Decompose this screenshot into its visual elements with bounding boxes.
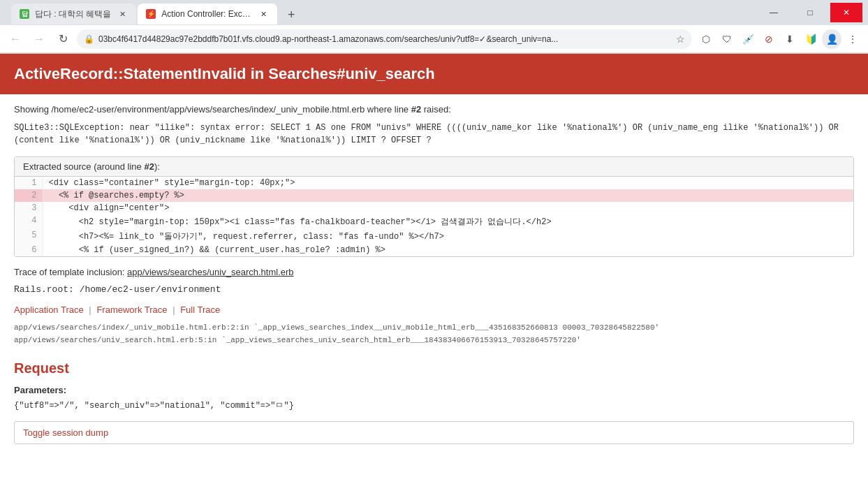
reload-button[interactable]: ↻: [53, 29, 73, 49]
title-bar: 답 답다 : 대학의 혜택을 ✕ ⚡ Action Controller: Ex…: [0, 0, 868, 25]
framework-trace-link[interactable]: Framework Trace: [96, 305, 167, 315]
code-line: 1<div class="container" style="margin-to…: [15, 177, 853, 189]
template-trace-link[interactable]: app/views/searches/univ_search.html.erb: [127, 267, 293, 277]
forward-icon: →: [34, 33, 45, 45]
error-message: SQLite3::SQLException: near "ilike": syn…: [14, 122, 854, 147]
code-line: 6 <% if (user_signed_in?) && (current_us…: [15, 244, 853, 256]
tab-1-close[interactable]: ✕: [117, 8, 128, 20]
url-text: 03bc4f6417d44829ac97e2bddfb7b01f.vfs.clo…: [98, 34, 672, 44]
maximize-button[interactable]: □: [794, 3, 826, 22]
window-controls: — □ ✕: [758, 3, 862, 22]
eyedropper-button[interactable]: 💉: [738, 29, 758, 49]
tab-bar: 답 답다 : 대학의 혜택을 ✕ ⚡ Action Controller: Ex…: [6, 1, 301, 24]
params-value: {"utf8"=>"/", "search_univ"=>"national",…: [14, 400, 854, 411]
source-box-header: Extracted source (around line #2):: [15, 157, 853, 177]
rails-root: Rails.root: /home/ec2-user/environment: [14, 284, 854, 295]
template-trace: Trace of template inclusion: app/views/s…: [14, 267, 854, 277]
code-line: 5 <h7><%= link_to "돌아가기", request.referr…: [15, 229, 853, 244]
download-button[interactable]: ⬇: [780, 29, 800, 49]
page-content: ActiveRecord::StatementInvalid in Search…: [0, 54, 868, 468]
menu-button[interactable]: ⋮: [843, 29, 862, 49]
trace-item-link[interactable]: app/views/searches/univ_search.html.erb:…: [14, 336, 581, 344]
trace-item-link[interactable]: app/views/searches/index/_univ_mobile.ht…: [14, 323, 659, 332]
source-box: Extracted source (around line #2): 1<div…: [14, 156, 854, 257]
showing-line: #2: [411, 104, 421, 115]
new-tab-button[interactable]: +: [281, 5, 301, 24]
code-line: 3 <div align="center">: [15, 202, 853, 214]
toggle-session-link[interactable]: Toggle session dump: [23, 427, 108, 438]
code-line: 4 <h2 style="margin-top: 150px"><i class…: [15, 214, 853, 229]
tab-1-favicon: 답: [20, 9, 29, 19]
code-line: 2 <% if @searches.empty? %>: [15, 189, 853, 202]
minimize-button[interactable]: —: [758, 3, 790, 22]
application-trace-link[interactable]: Application Trace: [14, 305, 84, 315]
tab-2[interactable]: ⚡ Action Controller: Exception ca... ✕: [138, 3, 277, 24]
trace-links: Application Trace | Framework Trace | Fu…: [14, 305, 854, 315]
address-bar[interactable]: 🔒 03bc4f6417d44829ac97e2bddfb7b01f.vfs.c…: [77, 29, 692, 49]
close-button[interactable]: ✕: [830, 3, 862, 22]
showing-suffix: where line: [365, 104, 411, 115]
reload-icon: ↻: [59, 32, 68, 45]
params-label: Parameters:: [14, 385, 854, 395]
tab-2-close[interactable]: ✕: [258, 8, 269, 20]
separator-1: |: [89, 305, 91, 315]
tab-1[interactable]: 답 답다 : 대학의 혜택을 ✕: [11, 3, 136, 24]
tab-2-favicon: ⚡: [146, 9, 156, 19]
toggle-session-container[interactable]: Toggle session dump: [14, 421, 854, 444]
shield-button[interactable]: 🛡: [717, 29, 737, 49]
tab-1-title: 답다 : 대학의 혜택을: [35, 8, 111, 20]
full-trace-link[interactable]: Full Trace: [180, 305, 220, 315]
separator-2: |: [172, 305, 175, 315]
tab-2-title: Action Controller: Exception ca...: [161, 9, 252, 19]
forward-button[interactable]: →: [29, 29, 49, 49]
error-header: ActiveRecord::StatementInvalid in Search…: [0, 54, 868, 94]
browser-chrome: 답 답다 : 대학의 혜택을 ✕ ⚡ Action Controller: Ex…: [0, 0, 868, 54]
file-path-line: Showing /home/ec2-user/environment/app/v…: [14, 104, 854, 115]
nav-actions: ⬡ 🛡 💉 ⊘ ⬇ 🔰 👤 ⋮: [696, 29, 862, 49]
shield2-button[interactable]: 🔰: [801, 29, 821, 49]
trace-items: app/views/searches/index/_univ_mobile.ht…: [14, 322, 854, 346]
code-table: 1<div class="container" style="margin-to…: [15, 177, 853, 256]
showing-prefix: Showing: [14, 104, 51, 115]
showing-end: raised:: [421, 104, 451, 115]
extensions-button[interactable]: ⬡: [696, 29, 716, 49]
back-icon: ←: [10, 33, 21, 45]
error-body: Showing /home/ec2-user/environment/app/v…: [0, 94, 868, 454]
profile-button[interactable]: 👤: [822, 29, 841, 49]
showing-path: /home/ec2-user/environment/app/views/sea…: [51, 104, 365, 115]
back-button[interactable]: ←: [6, 29, 25, 49]
error-title: ActiveRecord::StatementInvalid in Search…: [14, 65, 435, 82]
lock-icon: 🔒: [84, 34, 94, 44]
rails-root-path: /home/ec2-user/environment: [80, 284, 221, 295]
adblock-button[interactable]: ⊘: [759, 29, 779, 49]
star-icon[interactable]: ☆: [676, 34, 685, 45]
request-section-header: Request: [14, 360, 854, 376]
nav-bar: ← → ↻ 🔒 03bc4f6417d44829ac97e2bddfb7b01f…: [0, 25, 868, 53]
